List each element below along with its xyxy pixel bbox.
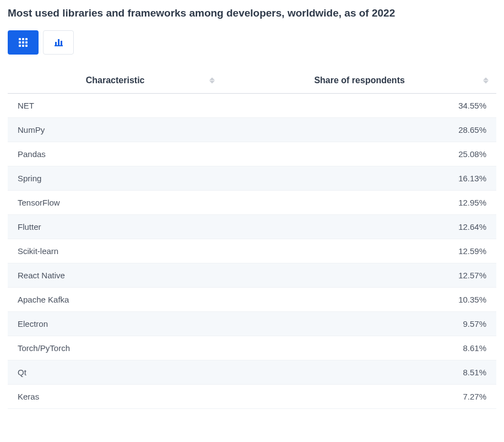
cell-characteristic: Apache Kafka xyxy=(8,287,223,311)
cell-characteristic: NET xyxy=(8,93,223,117)
sort-icon xyxy=(209,77,215,83)
cell-characteristic: Pandas xyxy=(8,142,223,166)
table-row: Keras7.27% xyxy=(8,384,496,408)
table-row: NumPy28.65% xyxy=(8,117,496,142)
grid-icon xyxy=(19,38,28,47)
sort-icon xyxy=(483,77,489,83)
data-table: Characteristic Share of respondents NET3… xyxy=(8,68,496,409)
table-row: Pandas25.08% xyxy=(8,142,496,166)
cell-characteristic: Electron xyxy=(8,311,223,336)
cell-share: 8.51% xyxy=(223,360,496,384)
cell-characteristic: Torch/PyTorch xyxy=(8,336,223,360)
cell-characteristic: Keras xyxy=(8,384,223,408)
cell-share: 12.95% xyxy=(223,190,496,214)
table-row: Qt8.51% xyxy=(8,360,496,384)
cell-characteristic: Flutter xyxy=(8,214,223,239)
cell-share: 12.57% xyxy=(223,263,496,287)
cell-share: 12.59% xyxy=(223,239,496,263)
table-row: Torch/PyTorch8.61% xyxy=(8,336,496,360)
bar-chart-icon xyxy=(55,39,63,46)
col-header-label: Share of respondents xyxy=(314,76,404,85)
table-row: TensorFlow12.95% xyxy=(8,190,496,214)
cell-share: 9.57% xyxy=(223,311,496,336)
page-title: Most used libraries and frameworks among… xyxy=(8,7,496,20)
col-header-label: Characteristic xyxy=(86,76,145,85)
view-tabbar xyxy=(8,30,496,55)
cell-share: 10.35% xyxy=(223,287,496,311)
cell-characteristic: Spring xyxy=(8,166,223,190)
col-header-share[interactable]: Share of respondents xyxy=(223,68,496,94)
cell-share: 34.55% xyxy=(223,93,496,117)
cell-share: 25.08% xyxy=(223,142,496,166)
table-row: Flutter12.64% xyxy=(8,214,496,239)
cell-characteristic: TensorFlow xyxy=(8,190,223,214)
cell-share: 7.27% xyxy=(223,384,496,408)
cell-share: 16.13% xyxy=(223,166,496,190)
tab-table-view[interactable] xyxy=(8,30,39,55)
cell-characteristic: Qt xyxy=(8,360,223,384)
table-row: Electron9.57% xyxy=(8,311,496,336)
cell-share: 8.61% xyxy=(223,336,496,360)
cell-characteristic: Scikit-learn xyxy=(8,239,223,263)
cell-share: 12.64% xyxy=(223,214,496,239)
table-row: Scikit-learn12.59% xyxy=(8,239,496,263)
table-row: Apache Kafka10.35% xyxy=(8,287,496,311)
cell-share: 28.65% xyxy=(223,117,496,142)
col-header-characteristic[interactable]: Characteristic xyxy=(8,68,223,94)
table-row: NET34.55% xyxy=(8,93,496,117)
cell-characteristic: NumPy xyxy=(8,117,223,142)
table-row: React Native12.57% xyxy=(8,263,496,287)
table-row: Spring16.13% xyxy=(8,166,496,190)
cell-characteristic: React Native xyxy=(8,263,223,287)
tab-chart-view[interactable] xyxy=(43,30,74,55)
